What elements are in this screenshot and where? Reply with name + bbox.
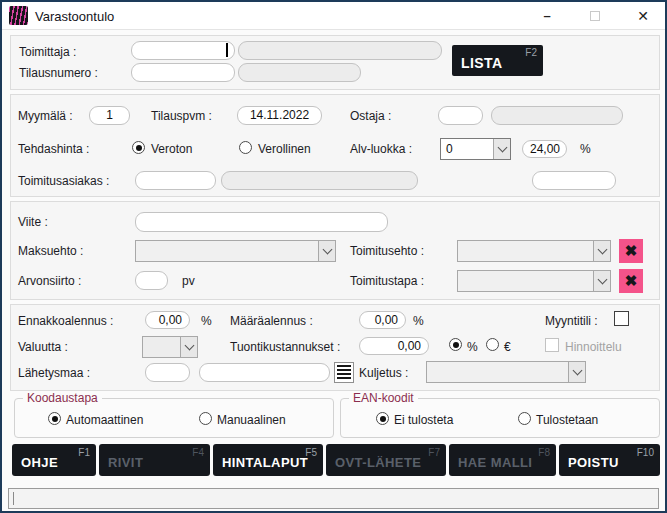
chevron-down-icon[interactable] bbox=[593, 271, 610, 291]
chevron-down-icon[interactable] bbox=[180, 337, 197, 357]
rivit-button-fkey: F4 bbox=[192, 447, 204, 458]
lista-button-fkey: F2 bbox=[525, 47, 537, 58]
tuontikustannukset-euro-radio[interactable] bbox=[486, 338, 499, 351]
tuontikustannukset-euro-label: € bbox=[504, 340, 511, 354]
viite-input[interactable] bbox=[135, 212, 388, 232]
lista-button[interactable]: LISTA F2 bbox=[452, 45, 543, 76]
status-bar bbox=[8, 488, 659, 509]
hintalaput-button[interactable]: HINTALAPUT F5 bbox=[213, 444, 323, 476]
hae-malli-button-fkey: F8 bbox=[538, 447, 550, 458]
varastoontulo-window: Varastoontulo – ✕ Toimittaja : Tilausnum… bbox=[0, 0, 667, 513]
chevron-down-icon[interactable] bbox=[568, 362, 585, 382]
toimittaja-code-input[interactable] bbox=[131, 41, 235, 60]
alv-percent-sign: % bbox=[580, 142, 591, 156]
automaattinen-radio[interactable] bbox=[48, 412, 61, 425]
manuaalinen-label: Manuaalinen bbox=[217, 413, 286, 427]
valuutta-label: Valuutta : bbox=[18, 340, 68, 354]
kuljetus-select[interactable] bbox=[426, 361, 586, 383]
toimitustapa-select[interactable] bbox=[457, 270, 611, 292]
toimitusasiakas-label: Toimitusasiakas : bbox=[18, 174, 109, 188]
ohje-button-fkey: F1 bbox=[78, 447, 90, 458]
ean-group-title: EAN-koodit bbox=[349, 391, 418, 405]
tuontikustannukset-percent-label: % bbox=[467, 340, 478, 354]
maaraalennus-input[interactable]: 0,00 bbox=[359, 311, 406, 329]
lahetysmaa-code-input[interactable] bbox=[145, 363, 190, 382]
pv-label: pv bbox=[182, 274, 195, 288]
maksuehto-select[interactable] bbox=[135, 240, 336, 262]
chevron-down-icon[interactable] bbox=[493, 139, 510, 159]
ennakkoalennus-input[interactable]: 0,00 bbox=[145, 311, 190, 329]
myyntitili-label: Myyntitili : bbox=[545, 314, 598, 328]
ovt-lahete-button: OVT-LÄHETE F7 bbox=[326, 444, 446, 476]
ean-koodit-group: EAN-koodit Ei tulosteta Tulostetaan bbox=[340, 398, 660, 438]
tilausnumero-label: Tilausnumero : bbox=[19, 66, 98, 80]
hinnoittelu-label: Hinnoittelu bbox=[565, 340, 622, 354]
veroton-radio[interactable] bbox=[132, 141, 145, 154]
manuaalinen-radio[interactable] bbox=[199, 412, 212, 425]
tulostetaan-radio[interactable] bbox=[518, 412, 531, 425]
myymala-input[interactable]: 1 bbox=[89, 106, 130, 125]
ohje-button-label: OHJE bbox=[21, 455, 58, 470]
toimitusasiakas-code-input[interactable] bbox=[135, 171, 216, 190]
alv-luokka-select[interactable]: 0 bbox=[440, 138, 511, 160]
chevron-down-icon[interactable] bbox=[318, 241, 335, 261]
koodaustapa-group-title: Koodaustapa bbox=[23, 391, 102, 405]
maaraalennus-percent-sign: % bbox=[413, 314, 424, 328]
toimitusasiakas-extra-input[interactable] bbox=[532, 171, 616, 190]
ostaja-name-input[interactable] bbox=[491, 106, 623, 125]
poistu-button-label: POISTU bbox=[568, 455, 619, 470]
tehdashinta-label: Tehdashinta : bbox=[18, 142, 89, 156]
toimittaja-label: Toimittaja : bbox=[19, 45, 76, 59]
viite-label: Viite : bbox=[18, 215, 48, 229]
list-icon bbox=[337, 365, 351, 380]
valuutta-select[interactable] bbox=[142, 336, 198, 358]
tilauspvm-label: Tilauspvm : bbox=[151, 109, 212, 123]
lista-button-label: LISTA bbox=[461, 55, 502, 71]
hintalaput-button-fkey: F5 bbox=[305, 447, 317, 458]
toimitusehto-label: Toimitusehto : bbox=[350, 244, 424, 258]
koodaustapa-group: Koodaustapa Automaattinen Manuaalinen bbox=[14, 398, 334, 438]
tilauspvm-input[interactable]: 14.11.2022 bbox=[237, 106, 322, 125]
hae-malli-button-label: HAE MALLI bbox=[458, 455, 532, 470]
poistu-button[interactable]: POISTU F10 bbox=[559, 444, 660, 476]
ovt-lahete-button-label: OVT-LÄHETE bbox=[335, 455, 421, 470]
close-button[interactable]: ✕ bbox=[626, 2, 660, 29]
arvonsiirto-label: Arvonsiirto : bbox=[18, 274, 81, 288]
ennakkoalennus-label: Ennakkoalennus : bbox=[18, 314, 113, 328]
verollinen-label: Verollinen bbox=[258, 142, 311, 156]
lahetysmaa-list-button[interactable] bbox=[334, 362, 354, 383]
maksuehto-label: Maksuehto : bbox=[18, 244, 83, 258]
text-caret bbox=[226, 43, 228, 57]
arvonsiirto-input[interactable] bbox=[135, 271, 168, 290]
alv-percent-input[interactable]: 24,00 bbox=[522, 140, 567, 158]
tilausnumero-input[interactable] bbox=[131, 63, 235, 82]
kuljetus-label: Kuljetus : bbox=[359, 366, 408, 380]
toimittaja-name-input[interactable] bbox=[238, 41, 442, 60]
maximize-button bbox=[578, 2, 612, 29]
tuontikustannukset-input[interactable]: 0,00 bbox=[359, 337, 429, 355]
verollinen-radio[interactable] bbox=[239, 141, 252, 154]
hae-malli-button: HAE MALLI F8 bbox=[449, 444, 556, 476]
hintalaput-button-label: HINTALAPUT bbox=[222, 455, 308, 470]
rivit-button: RIVIT F4 bbox=[99, 444, 210, 476]
clear-toimitustapa-button[interactable]: ✖ bbox=[619, 269, 643, 293]
ohje-button[interactable]: OHJE F1 bbox=[12, 444, 96, 476]
clear-toimitusehto-button[interactable]: ✖ bbox=[619, 239, 643, 263]
chevron-down-icon[interactable] bbox=[593, 241, 610, 261]
ostaja-code-input[interactable] bbox=[438, 106, 483, 125]
automaattinen-label: Automaattinen bbox=[66, 413, 143, 427]
alv-luokka-value: 0 bbox=[446, 142, 453, 156]
lahetysmaa-name-input[interactable] bbox=[199, 363, 330, 382]
veroton-label: Veroton bbox=[151, 142, 192, 156]
myyntitili-checkbox[interactable] bbox=[614, 311, 629, 326]
ovt-lahete-button-fkey: F7 bbox=[428, 447, 440, 458]
maaraalennus-label: Määräalennus : bbox=[230, 314, 313, 328]
hinnoittelu-checkbox bbox=[545, 338, 559, 352]
ei-tulosteta-radio[interactable] bbox=[376, 412, 389, 425]
tilausnumero-extra-input[interactable] bbox=[238, 63, 361, 82]
minimize-button[interactable]: – bbox=[530, 2, 564, 29]
toimitusasiakas-name-input[interactable] bbox=[221, 171, 418, 190]
tuontikustannukset-percent-radio[interactable] bbox=[449, 338, 462, 351]
ostaja-label: Ostaja : bbox=[350, 109, 391, 123]
toimitusehto-select[interactable] bbox=[457, 240, 611, 262]
